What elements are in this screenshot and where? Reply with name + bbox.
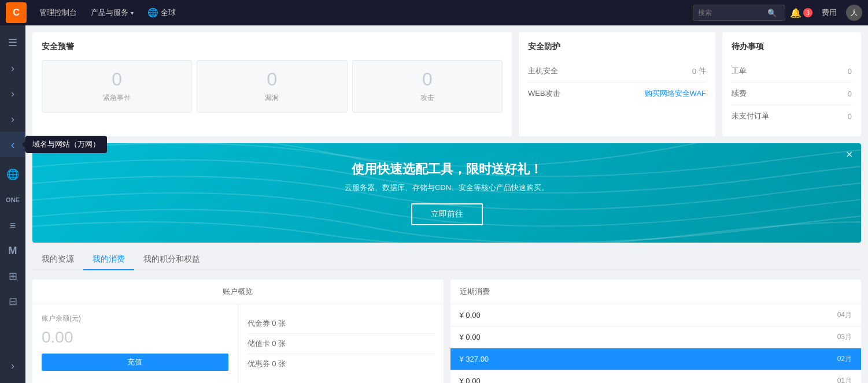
- bell-badge[interactable]: 🔔 3: [790, 8, 812, 18]
- stack-icon: ⊟: [9, 295, 17, 308]
- april-month: 04月: [837, 310, 852, 320]
- discount-row: 优惠券 0 张: [248, 354, 434, 374]
- chevron-right-bottom-icon: ›: [11, 360, 14, 372]
- top-nav-right: 🔍 🔔 3 费用 人: [693, 5, 862, 21]
- tab-points[interactable]: 我的积分和权益: [134, 250, 209, 270]
- sidebar-expand-3[interactable]: ›: [0, 106, 25, 132]
- consumption-row-feb: ¥ 327.00 02月: [450, 348, 862, 370]
- alert-card-vuln: 0 漏洞: [197, 60, 347, 113]
- user-icon: 人: [851, 8, 858, 18]
- sidebar: ☰ › › › ‹ 域名与网站（万网） → 🌐 ONE ≡: [0, 25, 25, 383]
- main-layout: ☰ › › › ‹ 域名与网站（万网） → 🌐 ONE ≡: [0, 25, 868, 383]
- emergency-label: 紧急事件: [49, 93, 184, 103]
- march-month: 03月: [837, 332, 852, 342]
- one-icon: ONE: [6, 196, 20, 203]
- web-attack-row: WEB攻击 购买网络安全WAF: [528, 83, 706, 105]
- todo-unpaid-count: 0: [848, 112, 852, 121]
- sidebar-globe-icon[interactable]: 🌐: [0, 162, 25, 187]
- todo-renew-label: 续费: [732, 88, 848, 99]
- todo-title: 待办事项: [732, 42, 852, 52]
- jan-amount: ¥ 0.00: [460, 377, 837, 383]
- sidebar-expand-1[interactable]: ›: [0, 55, 25, 81]
- host-security-row: 主机安全 0 件: [528, 60, 706, 83]
- tab-consumption[interactable]: 我的消费: [83, 250, 134, 270]
- chevron-right-icon-3: ›: [11, 113, 14, 125]
- alert-card-attack: 0 攻击: [352, 60, 503, 113]
- account-left: 账户余额(元) 0.00 充值: [32, 304, 238, 383]
- grid-icon: ⊞: [9, 270, 17, 282]
- sidebar-m-icon[interactable]: M: [0, 238, 25, 263]
- banner-close-btn[interactable]: ✕: [845, 149, 853, 160]
- consumption-header: 近期消费: [450, 280, 862, 304]
- protection-title: 安全防护: [528, 42, 706, 52]
- banner-title: 使用快速选配工具，限时送好礼！: [44, 161, 849, 178]
- sidebar-stack-icon[interactable]: ⊟: [0, 289, 25, 314]
- logo[interactable]: C: [6, 2, 27, 23]
- discount-label: 优惠券 0 张: [248, 359, 434, 369]
- banner-subtitle: 云服务器、数据库、存储与CDN、安全等核心产品快速购买。: [44, 183, 849, 193]
- coupon-label: 代金券 0 张: [248, 318, 434, 329]
- vuln-count: 0: [204, 70, 339, 88]
- waf-purchase-link[interactable]: 购买网络安全WAF: [645, 88, 706, 99]
- host-security-count: 0: [692, 67, 696, 76]
- globe-icon: 🌐: [147, 8, 158, 18]
- todo-unpaid-label: 未支付订单: [732, 111, 848, 121]
- nav-item-products[interactable]: 产品与服务 ▾: [84, 0, 141, 25]
- globe-sidebar-icon: 🌐: [6, 168, 19, 181]
- tab-resources[interactable]: 我的资源: [32, 250, 83, 270]
- sidebar-expand-2[interactable]: ›: [0, 81, 25, 106]
- consumption-rows: ¥ 0.00 04月 ¥ 0.00 03月 ¥ 327.00 02月 ¥ 0.0…: [450, 304, 862, 383]
- chevron-left-icon: ‹: [11, 138, 15, 151]
- m-icon: M: [9, 245, 17, 257]
- emergency-count: 0: [49, 70, 184, 88]
- consumption-title: 近期消费: [460, 287, 852, 297]
- consumption-panel: 近期消费 ¥ 0.00 04月 ¥ 0.00 03月 ¥ 327.00 02月: [450, 280, 862, 383]
- chevron-right-icon-2: ›: [11, 88, 14, 100]
- nav-item-console[interactable]: 管理控制台: [32, 0, 84, 25]
- todo-renew-count: 0: [848, 90, 852, 98]
- jan-month: 01月: [837, 376, 852, 383]
- attack-count: 0: [360, 70, 495, 88]
- fee-link[interactable]: 费用: [817, 8, 841, 18]
- card-label: 储值卡 0 张: [248, 339, 434, 349]
- april-amount: ¥ 0.00: [460, 311, 837, 319]
- user-avatar[interactable]: 人: [846, 5, 862, 21]
- search-input[interactable]: [698, 9, 767, 17]
- account-overview-header: 账户概览: [32, 280, 444, 304]
- sidebar-domain-item[interactable]: ‹ 域名与网站（万网） →: [0, 132, 25, 157]
- host-security-label: 主机安全: [528, 66, 692, 76]
- promo-banner: .wave-line { fill: none; stroke: rgba(25…: [32, 143, 861, 243]
- banner-cta-button[interactable]: 立即前往: [411, 203, 483, 225]
- feb-amount: ¥ 327.00: [460, 355, 837, 363]
- todo-renew-row: 续费 0: [732, 83, 852, 105]
- list-icon: ≡: [10, 220, 16, 232]
- notification-badge: 3: [803, 8, 812, 17]
- todo-panel: 待办事项 工单 0 续费 0 未支付订单 0: [722, 32, 861, 136]
- alert-card-emergency: 0 紧急事件: [42, 60, 192, 113]
- march-amount: ¥ 0.00: [460, 333, 837, 341]
- sidebar-grid-icon[interactable]: ⊞: [0, 263, 25, 289]
- security-alerts-grid: 0 紧急事件 0 漏洞 0 攻击: [42, 60, 503, 113]
- balance-label: 账户余额(元): [42, 314, 228, 323]
- sidebar-list-icon[interactable]: ≡: [0, 213, 25, 238]
- consumption-row-april: ¥ 0.00 04月: [450, 304, 862, 326]
- sidebar-one-icon[interactable]: ONE: [0, 187, 25, 213]
- web-attack-label: WEB攻击: [528, 88, 645, 99]
- menu-icon: ☰: [8, 36, 17, 49]
- sidebar-menu-icon[interactable]: ☰: [0, 30, 25, 55]
- search-box[interactable]: 🔍: [693, 5, 785, 21]
- main-tabs: 我的资源 我的消费 我的积分和权益: [32, 250, 861, 270]
- top-cards-row: 安全预警 0 紧急事件 0 漏洞 0 攻击: [32, 32, 861, 136]
- consumption-row-march: ¥ 0.00 03月: [450, 326, 862, 348]
- coupon-row: 代金券 0 张: [248, 314, 434, 334]
- recharge-button[interactable]: 充值: [42, 354, 228, 371]
- chevron-right-icon-1: ›: [11, 62, 14, 75]
- nav-item-global[interactable]: 🌐 全球: [141, 8, 183, 18]
- account-overview-panel: 账户概览 账户余额(元) 0.00 充值 代金券 0 张 储值卡 0 张: [32, 280, 444, 383]
- todo-ticket-label: 工单: [732, 66, 848, 76]
- bell-icon: 🔔: [790, 8, 801, 18]
- sidebar-bottom-expand[interactable]: ›: [0, 353, 25, 378]
- consumption-row-jan: ¥ 0.00 01月: [450, 370, 862, 383]
- top-nav: C 管理控制台 产品与服务 ▾ 🌐 全球 🔍 🔔 3 费用 人: [0, 0, 868, 25]
- attack-label: 攻击: [360, 93, 495, 103]
